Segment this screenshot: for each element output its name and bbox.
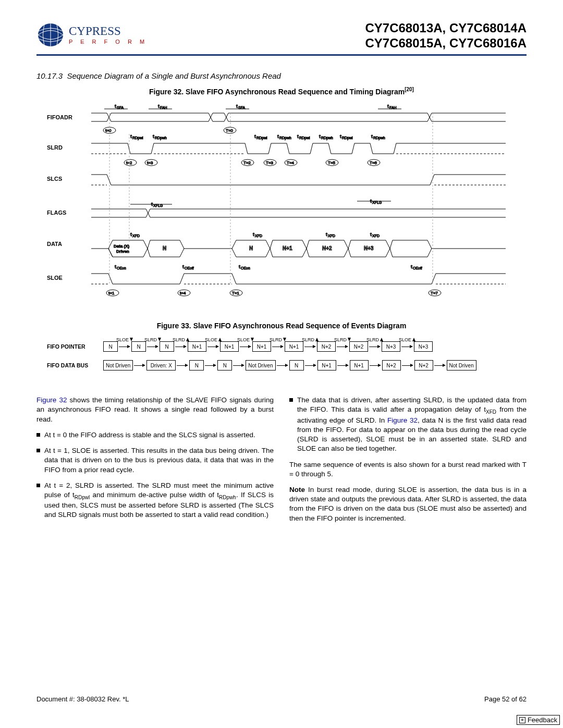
svg-text:T=6: T=6: [370, 161, 377, 165]
svg-text:XFD: XFD: [328, 234, 335, 238]
link-figure-32-b[interactable]: Figure 32: [387, 416, 418, 424]
events-box: N+1: [188, 341, 206, 352]
link-figure-32[interactable]: Figure 32: [36, 396, 67, 404]
events-box: N+2: [317, 341, 336, 352]
events-box: Not Driven: [103, 360, 133, 371]
events-box: Not Driven: [447, 360, 476, 371]
svg-text:N+1: N+1: [283, 245, 292, 251]
events-diagram-fig33: FIFO POINTERNSLOENSLRDNSLRDN+1SLOEN+1SLO…: [47, 337, 516, 375]
section-heading: Sequence Diagram of a Single and Burst A…: [67, 71, 281, 80]
arrow-icon: SLRD: [174, 341, 188, 352]
page-footer: Document #: 38-08032 Rev. *L Page 52 of …: [36, 695, 527, 703]
svg-text:RDpwl: RDpwl: [256, 136, 267, 140]
arrow-icon: SLRD: [336, 341, 349, 352]
svg-text:SFA: SFA: [117, 106, 124, 109]
events-box: N+1: [317, 360, 336, 371]
svg-text:Data (X): Data (X): [114, 244, 130, 249]
section-title: 10.17.3 Sequence Diagram of a Single and…: [36, 71, 527, 80]
svg-text:t: t: [254, 134, 256, 139]
events-transition-label: SLOE: [205, 337, 222, 342]
svg-text:T=2: T=2: [243, 161, 251, 165]
svg-text:XFD: XFD: [255, 234, 262, 238]
arrow-icon: [304, 360, 317, 371]
svg-text:N+3: N+3: [364, 245, 374, 251]
arrow-icon: [369, 360, 382, 371]
svg-text:RDpwl: RDpwl: [299, 136, 310, 140]
events-transition-label: SLRD: [144, 337, 161, 342]
svg-text:t: t: [115, 264, 116, 269]
events-box: N: [189, 360, 204, 371]
page-number: Page 52 of 62: [484, 695, 527, 703]
svg-text:OEon: OEon: [117, 266, 126, 270]
events-box: N+2: [349, 341, 368, 352]
svg-text:T=3: T=3: [266, 161, 274, 165]
parts-line-1: CY7C68013A, CY7C68014A: [365, 21, 527, 36]
svg-text:t: t: [130, 134, 132, 139]
plus-icon: +: [519, 717, 525, 723]
svg-text:SFA: SFA: [238, 106, 246, 109]
svg-text:t: t: [236, 104, 238, 109]
svg-text:T=5: T=5: [328, 161, 336, 165]
arrow-icon: [133, 360, 146, 371]
arrow-icon: SLOE: [206, 341, 220, 352]
events-box: N+1: [252, 341, 271, 352]
arrow-icon: [336, 360, 350, 371]
events-box: N+3: [414, 341, 433, 352]
signal-sloe: SLOE: [47, 275, 63, 281]
svg-text:XFD: XFD: [132, 234, 140, 238]
logo-tagline: P E R F O R M: [69, 39, 148, 45]
events-transition-label: SLOE: [399, 337, 415, 342]
feedback-button[interactable]: + Feedback: [517, 715, 560, 725]
events-box: N: [289, 360, 304, 371]
arrow-icon: SLRD: [368, 341, 382, 352]
arrow-icon: SLRD: [271, 341, 285, 352]
events-box: N: [131, 341, 146, 352]
svg-text:t=4: t=4: [180, 291, 186, 295]
events-transition-label: SLRD: [270, 337, 286, 342]
para-note: Note In burst read mode, during SLOE is …: [289, 485, 527, 523]
arrow-icon: SLOE: [239, 341, 252, 352]
signal-fifoadr: FIFOADR: [47, 114, 72, 120]
svg-text:T=1: T=1: [232, 291, 240, 295]
events-transition-label: SLRD: [173, 337, 189, 342]
part-numbers: CY7C68013A, CY7C68014A CY7C68015A, CY7C6…: [365, 21, 527, 51]
svg-text:N: N: [163, 245, 166, 251]
svg-text:t: t: [158, 104, 160, 109]
logo: CYPRESS P E R F O R M: [36, 21, 148, 49]
svg-text:OEoff: OEoff: [185, 266, 194, 270]
events-box: N+2: [414, 360, 433, 371]
svg-text:t=1: t=1: [108, 291, 115, 295]
events-box: N+1: [220, 341, 239, 352]
events-box: N: [160, 341, 174, 352]
events-box: N: [103, 341, 118, 352]
doc-number: Document #: 38-08032 Rev. *L: [36, 695, 129, 703]
svg-text:XFD: XFD: [372, 234, 380, 238]
svg-text:T=0: T=0: [226, 128, 234, 133]
events-row-label: FIFO POINTER: [47, 343, 103, 350]
svg-text:t: t: [326, 232, 327, 237]
logo-name: CYPRESS: [69, 25, 148, 37]
svg-text:N+2: N+2: [322, 245, 332, 251]
arrow-icon: [232, 360, 246, 371]
arrow-icon: SLOE: [118, 341, 131, 352]
svg-text:t: t: [153, 134, 154, 139]
svg-text:FAH: FAH: [160, 106, 167, 109]
arrow-icon: SLRD: [303, 341, 317, 352]
svg-text:RDpwh: RDpwh: [279, 136, 291, 140]
svg-text:T=7: T=7: [431, 291, 438, 295]
svg-text:t: t: [297, 134, 299, 139]
svg-text:T=4: T=4: [287, 161, 295, 165]
svg-text:t: t: [253, 232, 254, 237]
para-burst: The same sequence of events is also show…: [289, 460, 527, 479]
events-box: N+1: [350, 360, 369, 371]
events-box: N+1: [285, 341, 303, 352]
events-row-label: FIFO DATA BUS: [47, 362, 103, 368]
section-number: 10.17.3: [36, 71, 63, 80]
svg-text:t: t: [115, 104, 116, 109]
svg-text:RDpwh: RDpwh: [321, 136, 333, 140]
svg-text:t=0: t=0: [105, 128, 112, 133]
svg-text:t: t: [411, 264, 412, 269]
timing-diagram-fig32: FIFOADR SLRD SLCS FLAGS DATA SLOE tSFA t…: [47, 103, 516, 301]
svg-text:t: t: [340, 134, 341, 139]
signal-slrd: SLRD: [47, 144, 63, 151]
